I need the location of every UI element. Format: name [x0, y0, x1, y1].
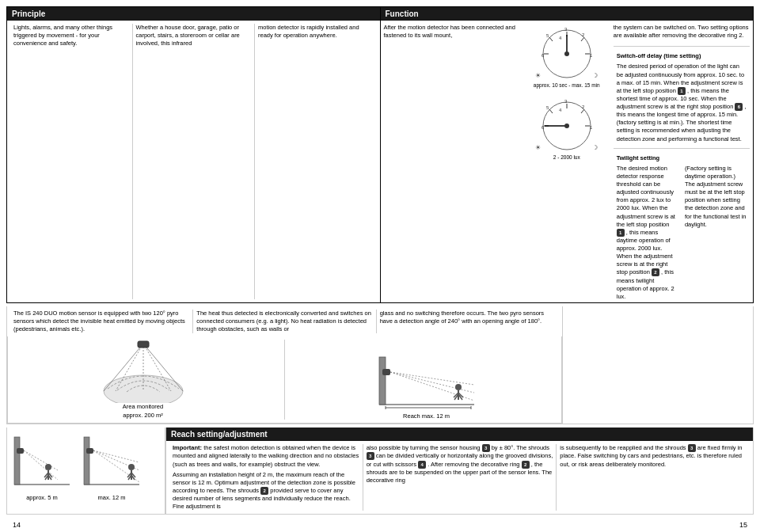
- twilight-right-text: (Factory setting is daytime operation.) …: [682, 163, 750, 302]
- svg-point-13: [564, 51, 569, 56]
- is240-text3: glass and no switching therefore occurs.…: [380, 310, 544, 325]
- switch-off-text: The desired period of operation of the l…: [614, 61, 750, 144]
- twilight-section: Twilight setting The desired motion dete…: [614, 152, 750, 302]
- page: Principle Lights, alarms, and many other…: [0, 0, 760, 532]
- svg-line-44: [390, 372, 474, 385]
- is240-text2: The heat thus detected is electronically…: [196, 310, 371, 332]
- reach-diagram-svg: [375, 349, 478, 412]
- is240-col2: The heat thus detected is electronically…: [193, 310, 376, 333]
- reach-outer: approx. 5 m: [6, 428, 754, 515]
- switch-off-header: Switch-off delay (time setting): [614, 50, 750, 61]
- svg-line-57: [24, 450, 58, 480]
- reach-label: Reach max. 12 m: [403, 412, 450, 420]
- principle-text-3: motion detector is rapidly installed and…: [258, 24, 359, 39]
- svg-text:4: 4: [559, 108, 562, 112]
- svg-point-59: [45, 464, 51, 470]
- reach-badge4: 2: [522, 461, 530, 469]
- svg-text:☽: ☽: [592, 144, 598, 151]
- svg-line-20: [549, 109, 553, 113]
- dial-time-label: approx. 10 sec - max. 15 min: [527, 82, 606, 88]
- important-block: Important: the safest motion detection i…: [173, 444, 359, 468]
- svg-rect-56: [17, 448, 24, 454]
- svg-point-29: [564, 124, 569, 128]
- vertical-divider: [284, 340, 285, 420]
- switchoff-text3: stop position: [700, 103, 733, 110]
- is240-cols: The IS 240 DUO motion sensor is equipped…: [7, 306, 562, 336]
- middle-row: The IS 240 DUO motion sensor is equipped…: [6, 306, 754, 424]
- svg-text:☽: ☽: [592, 72, 598, 79]
- reach-content: Important: the safest motion detection i…: [166, 441, 753, 514]
- twilight-badge1: 1: [617, 229, 625, 237]
- svg-point-45: [455, 384, 462, 390]
- reach-text-2a: also possible by turning the sensor hous…: [367, 444, 481, 451]
- svg-text:2: 2: [582, 104, 585, 109]
- middle-right-filler: [563, 306, 753, 424]
- reach-12m-label: max. 12 m: [97, 494, 125, 501]
- svg-text:☀: ☀: [535, 72, 541, 79]
- principle-content: Lights, alarms, and many other things tr…: [7, 21, 380, 302]
- function-section: Function After the motion detector has b…: [381, 7, 754, 302]
- reach-col2: also possible by turning the sensor hous…: [363, 444, 557, 511]
- reach-5m-svg: [10, 431, 74, 494]
- important-label: Important:: [173, 444, 202, 451]
- bottom-left-section: approx. 5 m: [7, 428, 165, 514]
- svg-rect-41: [382, 369, 390, 375]
- dial-lux-label: 2 - 2000 lux: [527, 154, 606, 160]
- principle-col-3: motion detector is rapidly installed and…: [255, 24, 377, 299]
- svg-rect-67: [86, 448, 93, 454]
- reach-col1-text: Assuming an installation height of 2 m, …: [173, 471, 359, 511]
- svg-text:5: 5: [546, 33, 549, 38]
- svg-line-18: [581, 109, 584, 113]
- svg-rect-40: [379, 357, 386, 405]
- svg-text:3: 3: [564, 27, 568, 32]
- switch-off-section: Switch-off delay (time setting) The desi…: [614, 50, 750, 144]
- dial-time: 3 2 1 6 5 4 ☀: [527, 24, 606, 88]
- reach-12m-svg: [80, 431, 143, 494]
- reach-12m-block: max. 12 m: [80, 431, 143, 501]
- twilight-left-text: The desired motion detector response thr…: [614, 163, 682, 302]
- reach-text-2d: . After removing the decorative ring: [428, 461, 519, 468]
- switchoff-badge1: 1: [678, 87, 686, 95]
- svg-text:4: 4: [559, 36, 562, 40]
- function-diagrams: 3 2 1 6 5 4 ☀: [523, 21, 610, 302]
- reach-image-block: Reach max. 12 m: [294, 349, 558, 420]
- reach-badge2b: 3: [367, 452, 374, 460]
- page-numbers: 14 15: [6, 518, 754, 532]
- svg-text:3: 3: [564, 99, 568, 104]
- svg-text:☀: ☀: [535, 144, 541, 151]
- function-right-col: the system can be switched on. Two setti…: [610, 21, 753, 302]
- area-sub-text: approx. 200 m²: [123, 412, 163, 420]
- function-col-1: After the motion detector has been conne…: [381, 21, 523, 302]
- is240-col1: The IS 240 DUO motion sensor is equipped…: [10, 310, 193, 333]
- reach-text-2b: by ± 80°. The shrouds: [492, 444, 549, 451]
- twilight-text1: The desired motion detector response thr…: [617, 165, 675, 228]
- is240-section: The IS 240 DUO motion sensor is equipped…: [7, 306, 563, 424]
- function-header: Function: [381, 7, 754, 21]
- reach-5m-label: approx. 5 m: [26, 494, 58, 501]
- is240-col3: glass and no switching therefore occurs.…: [377, 310, 559, 333]
- svg-line-70: [93, 450, 139, 462]
- is240-text1: The IS 240 DUO motion sensor is equipped…: [13, 310, 185, 332]
- area-diagram-svg: [100, 340, 187, 403]
- function-text-1: After the motion detector has been conne…: [384, 24, 515, 39]
- svg-point-71: [128, 464, 135, 470]
- dial-lux-svg: 3 2 1 6 5 4 ☀ ☽: [527, 96, 606, 151]
- bottom-images: approx. 5 m: [7, 428, 165, 504]
- images-row: Area monitored approx. 200 m²: [7, 336, 562, 424]
- svg-line-2: [581, 37, 584, 41]
- page-num-left: 14: [13, 521, 21, 529]
- page-num-right: 15: [739, 521, 747, 529]
- area-label-text: Area monitored: [123, 403, 163, 412]
- svg-rect-66: [84, 437, 89, 484]
- svg-text:1: 1: [590, 125, 593, 130]
- dial-lux: 3 2 1 6 5 4 ☀ ☽ 2: [527, 96, 606, 160]
- svg-text:5: 5: [546, 105, 549, 110]
- reach-col1: Important: the safest motion detection i…: [169, 444, 363, 511]
- svg-line-4: [549, 37, 553, 41]
- svg-line-58: [24, 450, 58, 470]
- principle-col-1: Lights, alarms, and many other things tr…: [10, 24, 133, 299]
- dial-time-svg: 3 2 1 6 5 4 ☀: [527, 24, 606, 79]
- top-row: Principle Lights, alarms, and many other…: [6, 6, 754, 303]
- twilight-badge2: 2: [652, 268, 659, 276]
- principle-col-2: Whether a house door, garage, patio or c…: [133, 24, 256, 299]
